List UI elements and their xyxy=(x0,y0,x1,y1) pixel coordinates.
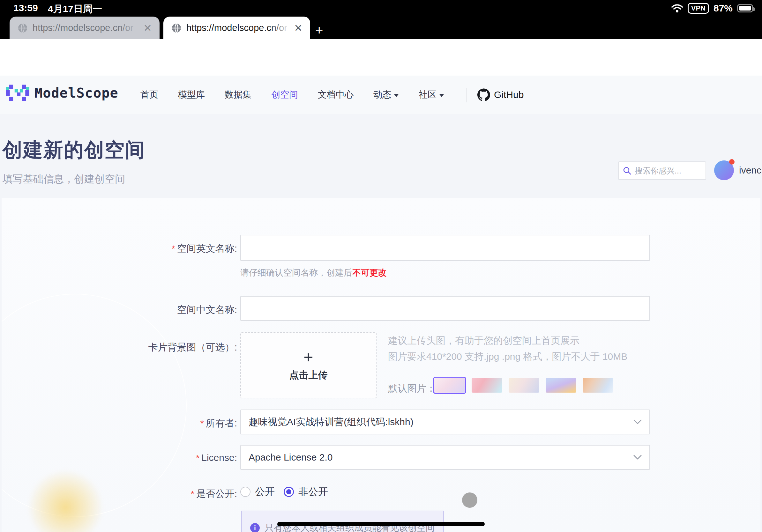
upload-hint-1: 建议上传头图，有助于您的创空间上首页展示 xyxy=(388,334,579,347)
radio-public[interactable]: 公开 xyxy=(240,485,275,499)
plus-icon: + xyxy=(303,349,313,366)
globe-icon xyxy=(171,23,182,33)
search-icon xyxy=(623,166,632,175)
tab-url: https://modelscope.cn/or xyxy=(33,23,139,33)
nav-item-docs[interactable]: 文档中心 xyxy=(318,89,353,101)
globe-icon xyxy=(17,23,28,33)
notification-dot xyxy=(729,159,734,165)
default-image-option-4[interactable] xyxy=(546,378,576,393)
default-image-option-1[interactable] xyxy=(434,378,465,393)
chevron-down-icon xyxy=(634,455,642,460)
nav-item-home[interactable]: 首页 xyxy=(140,89,158,101)
radio-circle xyxy=(240,487,251,497)
ipad-safari-screen: 13:59 4月17日周一 VPN 87% https://modelscope… xyxy=(0,0,762,532)
upload-dropzone[interactable]: + 点击上传 xyxy=(240,332,377,398)
default-image-option-3[interactable] xyxy=(509,378,539,393)
chinese-name-input[interactable] xyxy=(240,296,650,321)
tab-url: https://modelscope.cn/or xyxy=(187,23,289,33)
nav-item-models[interactable]: 模型库 xyxy=(178,89,205,101)
english-name-label: *空间英文名称: xyxy=(172,242,237,255)
nav-item-feed[interactable]: 动态 xyxy=(373,89,399,101)
battery-icon xyxy=(737,4,753,13)
assistive-touch-dot[interactable] xyxy=(462,493,477,508)
browser-tab-2-active[interactable]: https://modelscope.cn/or ✕ xyxy=(163,17,310,39)
nav-links: 首页 模型库 数据集 创空间 文档中心 动态 社区 xyxy=(140,76,444,114)
nav-item-community[interactable]: 社区 xyxy=(419,89,444,101)
brand-wordmark: ModelScope xyxy=(35,85,118,101)
card-background-label: 卡片背景图（可选）: xyxy=(148,341,237,354)
close-tab-icon[interactable]: ✕ xyxy=(294,23,302,33)
search-input[interactable] xyxy=(635,166,695,175)
chevron-down-icon xyxy=(439,94,444,97)
upload-text: 点击上传 xyxy=(289,369,328,382)
home-indicator[interactable] xyxy=(277,522,485,526)
github-icon xyxy=(477,88,490,101)
license-label: *License: xyxy=(196,452,237,463)
license-select[interactable]: Apache License 2.0 xyxy=(240,445,650,470)
visibility-radio-group: 公开 非公开 xyxy=(240,485,328,499)
nav-item-studios[interactable]: 创空间 xyxy=(271,89,298,101)
browser-tab-1[interactable]: https://modelscope.cn/or ✕ xyxy=(10,17,160,39)
avatar[interactable] xyxy=(714,161,734,180)
private-visibility-notice: i 只有您本人或相关组织成员能看见该创空间 xyxy=(241,511,444,532)
radio-circle xyxy=(284,487,294,497)
default-image-option-5[interactable] xyxy=(583,378,613,393)
visibility-label: *是否公开: xyxy=(191,487,237,500)
chevron-down-icon xyxy=(634,420,642,425)
owner-value: 趣味视觉AI实战特训营(组织代码:lskhh) xyxy=(249,416,634,429)
nav-divider xyxy=(467,88,467,102)
new-tab-button[interactable]: + xyxy=(315,24,323,37)
modelscope-logo-icon xyxy=(6,85,29,101)
github-link[interactable]: GitHub xyxy=(477,76,524,114)
close-tab-icon[interactable]: ✕ xyxy=(143,23,152,33)
english-name-input[interactable] xyxy=(240,235,650,261)
site-search[interactable] xyxy=(618,162,706,180)
status-icons: VPN 87% xyxy=(671,2,753,15)
vpn-badge: VPN xyxy=(688,3,709,14)
wifi-icon xyxy=(671,4,683,13)
page-subtitle: 填写基础信息，创建创空间 xyxy=(3,172,125,186)
nav-item-datasets[interactable]: 数据集 xyxy=(225,89,252,101)
create-studio-form: *空间英文名称: 请仔细确认空间名称，创建后不可更改 空间中文名称: 卡片背景图… xyxy=(2,198,760,532)
owner-select[interactable]: 趣味视觉AI实战特训营(组织代码:lskhh) xyxy=(240,410,650,434)
status-bar: 13:59 4月17日周一 VPN 87% https://modelscope… xyxy=(0,0,762,39)
info-icon: i xyxy=(250,523,260,532)
default-image-option-2[interactable] xyxy=(472,378,502,393)
page-title: 创建新的创空间 xyxy=(3,137,145,163)
battery-percent: 87% xyxy=(714,3,733,14)
upload-hint-2: 图片要求410*200 支持.jpg .png 格式，图片不大于 10MB xyxy=(388,350,627,363)
radio-private[interactable]: 非公开 xyxy=(284,485,328,499)
name-immutable-note: 请仔细确认空间名称，创建后不可更改 xyxy=(240,267,387,279)
site-navbar: ModelScope 首页 模型库 数据集 创空间 文档中心 动态 社区 Git… xyxy=(0,76,762,114)
modelscope-logo[interactable]: ModelScope xyxy=(6,85,118,101)
owner-label: *所有者: xyxy=(200,417,237,430)
browser-toolbar: modelscope.cn 2 ••• xyxy=(0,39,762,76)
chinese-name-label: 空间中文名称: xyxy=(177,303,237,316)
username[interactable]: ivenc xyxy=(739,165,761,176)
github-label: GitHub xyxy=(494,89,524,100)
license-value: Apache License 2.0 xyxy=(249,452,634,463)
date: 4月17日周一 xyxy=(48,3,102,16)
chevron-down-icon xyxy=(394,94,399,97)
default-images-label: 默认图片： xyxy=(388,382,436,395)
clock: 13:59 xyxy=(13,3,38,13)
